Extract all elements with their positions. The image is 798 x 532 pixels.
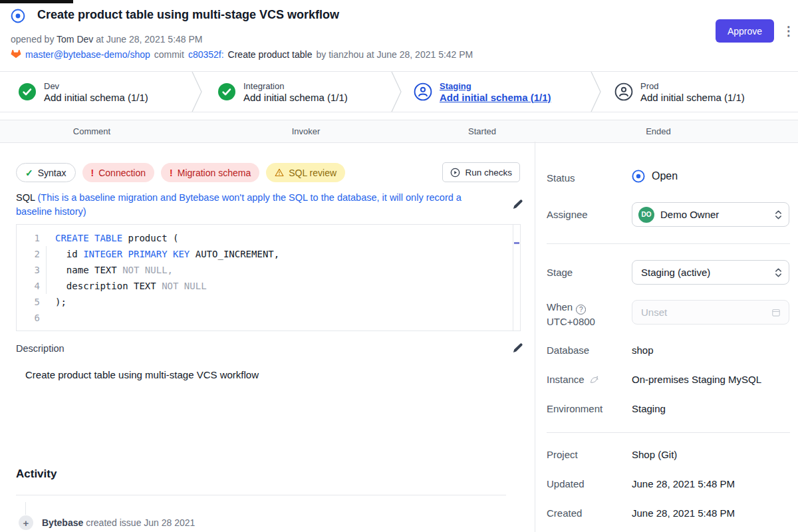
activity-heading: Activity	[16, 467, 57, 481]
when-datetime-input[interactable]: Unset	[632, 300, 789, 325]
stage-done-icon	[18, 82, 37, 101]
when-placeholder: Unset	[641, 307, 766, 318]
database-value: shop	[632, 344, 654, 356]
created-label: Created	[547, 507, 582, 519]
check-error-icon: !	[91, 168, 94, 178]
description-label: Description	[16, 343, 65, 354]
pipeline-stage-integration[interactable]: Integration Add initial schema (1/1)	[217, 72, 348, 112]
sql-baseline-note: (This is a baseline migration and Byteba…	[16, 192, 462, 217]
pencil-icon	[512, 342, 523, 354]
line-number: 1	[17, 230, 46, 246]
column-header-ended: Ended	[646, 126, 671, 136]
status-text: Open	[652, 170, 678, 182]
project-value: Shop (Git)	[632, 449, 677, 460]
status-value: Open	[632, 170, 678, 183]
more-menu-icon[interactable]: ⋮	[782, 23, 795, 40]
timeline-connector	[25, 502, 26, 515]
line-number: 6	[17, 310, 46, 326]
commit-author-time: by tianzhou at June 28, 2021 5:42 PM	[316, 49, 473, 60]
mysql-dolphin-icon	[589, 375, 599, 385]
commit-word: commit	[154, 49, 184, 60]
when-timezone: UTC+0800	[547, 316, 595, 327]
help-icon: ?	[576, 305, 586, 315]
opened-by-line: opened by Tom Dev at June 28, 2021 5:48 …	[11, 34, 203, 45]
branch-repo-link[interactable]: master@bytebase-demo/shop	[25, 49, 150, 60]
assignee-label: Assignee	[547, 209, 588, 220]
edit-description-button[interactable]	[509, 341, 525, 357]
top-left-strip	[0, 0, 73, 3]
sql-section-header: SQL (This is a baseline migration and By…	[16, 191, 492, 219]
instance-value: On-premises Staging MySQL	[632, 374, 761, 385]
when-label: When?	[547, 301, 586, 315]
stage-name: Dev	[44, 81, 148, 91]
sql-editor[interactable]: 1 CREATE TABLE product ( 2 id INTEGER PR…	[16, 224, 521, 331]
commit-hash-link[interactable]: c80352f:	[188, 49, 224, 60]
gitlab-icon	[11, 50, 21, 60]
sql-label: SQL	[16, 192, 35, 203]
stage-select[interactable]: Staging (active)	[632, 260, 789, 285]
issue-sidebar: Status Open Assignee DO Demo Owner Stage…	[536, 142, 798, 532]
issue-detail-panel: ✓ Syntax ! Connection ! Migration schema…	[0, 142, 535, 532]
environment-label: Environment	[547, 403, 602, 414]
pipeline-stage-staging[interactable]: Staging Add initial schema (1/1)	[414, 72, 551, 112]
approve-button[interactable]: Approve	[716, 19, 774, 43]
activity-item: + Bytebase created issue Jun 28 2021	[19, 515, 195, 530]
instance-label: Instance	[547, 374, 599, 385]
run-checks-button[interactable]: Run checks	[442, 162, 520, 182]
check-ok-icon: ✓	[25, 168, 33, 178]
commit-line: master@bytebase-demo/shop commit c80352f…	[11, 49, 473, 60]
task-table-header: Comment Invoker Started Ended	[0, 120, 798, 143]
approve-label: Approve	[728, 26, 762, 37]
stage-separator	[391, 72, 402, 112]
issue-open-icon	[11, 9, 25, 23]
activity-divider	[16, 495, 506, 495]
opened-time: at June 28, 2021 5:48 PM	[96, 34, 202, 45]
check-badge-migration-schema[interactable]: ! Migration schema	[161, 163, 259, 182]
code-line: 1 CREATE TABLE product (	[17, 230, 520, 246]
chevron-updown-icon	[775, 267, 782, 278]
line-number: 4	[17, 278, 46, 294]
opened-prefix: opened by	[11, 34, 54, 45]
check-badge-label: Connection	[98, 168, 146, 178]
stage-task: Add initial schema (1/1)	[44, 92, 148, 103]
sidebar-divider	[547, 432, 790, 433]
code-line: 2 id INTEGER PRIMARY KEY AUTO_INCREMENT,	[17, 246, 520, 262]
editor-scrollbar-thumb	[514, 242, 519, 244]
project-label: Project	[547, 449, 578, 460]
stage-separator	[192, 72, 202, 112]
updated-value: June 28, 2021 5:48 PM	[632, 478, 735, 489]
assignee-value: Demo Owner	[660, 209, 769, 220]
activity-actor: Bytebase	[42, 517, 83, 528]
stage-task: Add initial schema (1/1)	[440, 92, 551, 103]
check-badge-connection[interactable]: ! Connection	[82, 163, 155, 182]
calendar-icon	[771, 308, 781, 317]
environment-value: Staging	[632, 403, 666, 414]
check-badge-label: SQL review	[289, 168, 336, 178]
warning-triangle-icon	[275, 168, 284, 177]
line-number: 5	[17, 294, 46, 310]
code-line: 5 );	[17, 294, 520, 310]
stage-task: Add initial schema (1/1)	[243, 92, 348, 103]
line-number: 2	[17, 246, 46, 262]
stage-pipeline: Dev Add initial schema (1/1) Integration…	[0, 71, 798, 112]
editor-scrollbar[interactable]	[513, 225, 520, 331]
assignee-select[interactable]: DO Demo Owner	[632, 202, 789, 227]
check-badge-syntax[interactable]: ✓ Syntax	[16, 163, 76, 182]
status-open-icon	[632, 170, 645, 183]
edit-sql-button[interactable]	[509, 198, 525, 213]
updated-label: Updated	[547, 478, 585, 489]
stage-name: Prod	[640, 81, 745, 91]
pipeline-stage-dev[interactable]: Dev Add initial schema (1/1)	[18, 72, 148, 112]
assignee-avatar: DO	[638, 207, 654, 223]
pipeline-stage-prod[interactable]: Prod Add initial schema (1/1)	[614, 72, 745, 112]
bytebase-issue-page: Create product table using multi-stage V…	[0, 0, 798, 532]
activity-text: Bytebase created issue Jun 28 2021	[42, 517, 195, 528]
check-badge-sql-review[interactable]: SQL review	[266, 163, 345, 182]
code-line: 3 name TEXT NOT NULL,	[17, 262, 520, 278]
database-label: Database	[547, 344, 589, 356]
stage-task: Add initial schema (1/1)	[640, 92, 745, 103]
stage-done-icon	[217, 82, 236, 101]
stage-name: Integration	[243, 81, 348, 91]
status-label: Status	[547, 172, 575, 184]
pencil-icon	[512, 199, 523, 210]
